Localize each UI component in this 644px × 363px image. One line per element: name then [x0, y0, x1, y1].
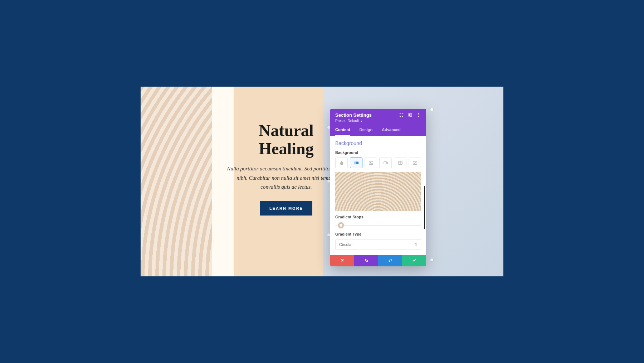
background-field-label: Background [335, 150, 421, 155]
svg-rect-1 [410, 113, 412, 117]
slider-track [335, 225, 421, 226]
tab-advanced[interactable]: Advanced [382, 127, 401, 136]
hero-title-line2: Healing [259, 140, 313, 158]
page-canvas: Natural Healing Nulla porttitor accumsan… [141, 87, 503, 276]
svg-rect-9 [384, 161, 386, 164]
cancel-button[interactable] [330, 255, 354, 266]
gradient-type-value: Circular [339, 242, 353, 247]
gradient-type-select[interactable]: Circular ⇅ [335, 239, 421, 250]
tab-design[interactable]: Design [360, 127, 373, 136]
builder-handle-dot[interactable] [327, 180, 330, 183]
background-preview[interactable] [335, 172, 421, 211]
chevron-down-icon: ▾ [361, 120, 362, 123]
bg-type-mask[interactable] [409, 158, 421, 168]
learn-more-button[interactable]: LEARN MORE [260, 201, 312, 216]
undo-button[interactable] [354, 255, 378, 266]
bg-type-video[interactable] [379, 158, 392, 168]
section-settings-modal: Section Settings Preset: Default ▾ [330, 109, 426, 266]
slider-handle[interactable] [338, 222, 344, 228]
svg-rect-0 [409, 113, 410, 117]
modal-footer [330, 255, 426, 266]
modal-scrollbar[interactable] [424, 186, 425, 229]
modal-preset-label: Preset: Default [335, 119, 359, 123]
close-icon [340, 257, 345, 264]
builder-handle-dot[interactable] [327, 126, 330, 129]
gradient-stops-label: Gradient Stops [335, 215, 421, 219]
background-type-tabs [335, 158, 421, 168]
kebab-menu-icon[interactable] [416, 112, 421, 117]
builder-handle-dot[interactable] [430, 258, 433, 261]
expand-icon[interactable] [399, 112, 404, 117]
bg-type-color[interactable] [335, 158, 348, 168]
svg-point-3 [418, 115, 419, 115]
gradient-stops-slider[interactable] [335, 222, 421, 228]
builder-handle-dot[interactable] [430, 108, 433, 111]
svg-point-4 [418, 116, 419, 117]
modal-tabs: Content Design Advanced [335, 127, 421, 136]
modal-body: Background ⋮ Background [330, 136, 426, 255]
svg-rect-6 [354, 161, 356, 164]
undo-icon [364, 257, 369, 264]
modal-header: Section Settings Preset: Default ▾ [330, 109, 426, 136]
hero-title-line1: Natural [259, 121, 313, 140]
svg-point-2 [418, 113, 419, 113]
check-icon [412, 257, 416, 264]
modal-title: Section Settings [335, 112, 372, 118]
redo-button[interactable] [378, 255, 402, 266]
kebab-menu-icon[interactable]: ⋮ [417, 141, 421, 146]
gradient-type-label: Gradient Type [335, 232, 421, 236]
select-updown-icon: ⇅ [414, 242, 417, 246]
snap-icon[interactable] [408, 112, 413, 117]
save-button[interactable] [402, 255, 426, 266]
builder-handle-dot[interactable] [327, 233, 330, 236]
redo-icon [388, 257, 392, 264]
modal-title-wrap: Section Settings Preset: Default ▾ [335, 112, 372, 123]
bg-type-image[interactable] [365, 158, 377, 168]
section-heading-row[interactable]: Background ⋮ [335, 140, 421, 146]
section-heading: Background [335, 140, 362, 146]
bg-type-pattern[interactable] [394, 158, 406, 168]
bg-type-gradient[interactable] [350, 158, 362, 168]
modal-preset-selector[interactable]: Preset: Default ▾ [335, 119, 372, 123]
tab-content[interactable]: Content [335, 127, 350, 136]
